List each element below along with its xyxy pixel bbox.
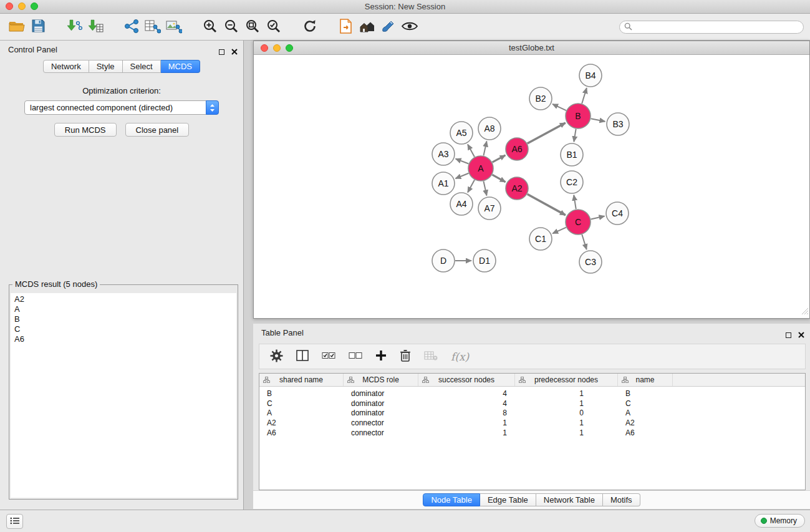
column-header-MCDS-role[interactable]: MCDS role: [344, 374, 418, 386]
dropdown-stepper-icon[interactable]: [206, 100, 219, 115]
node-A8[interactable]: A8: [478, 117, 501, 140]
import-network-button[interactable]: [64, 16, 85, 38]
search-box[interactable]: [619, 21, 804, 34]
column-header-successor-nodes[interactable]: successor nodes: [418, 374, 515, 386]
node-D1[interactable]: D1: [473, 249, 496, 272]
node-B1[interactable]: B1: [561, 143, 583, 166]
edge-C-C1[interactable]: [552, 228, 566, 234]
node-A4[interactable]: A4: [450, 193, 473, 215]
edge-C-C3[interactable]: [582, 235, 586, 249]
apply-function-button[interactable]: f(x): [451, 351, 469, 363]
column-header-shared-name[interactable]: shared name: [259, 374, 344, 386]
node-C4[interactable]: C4: [606, 202, 629, 225]
select-all-button[interactable]: [322, 351, 335, 362]
node-A5[interactable]: A5: [450, 122, 473, 144]
node-B[interactable]: B: [566, 104, 591, 128]
table-row[interactable]: A2connector11A2: [259, 418, 805, 428]
node-C[interactable]: C: [566, 210, 591, 235]
zoom-out-button[interactable]: [221, 16, 242, 38]
edge-A6-B[interactable]: [528, 123, 566, 143]
table-row[interactable]: A6connector11A6: [259, 428, 805, 438]
close-panel-icon[interactable]: [231, 46, 238, 57]
float-panel-button[interactable]: [219, 49, 224, 55]
node-B4[interactable]: B4: [579, 64, 602, 87]
memory-button[interactable]: Memory: [755, 514, 805, 528]
edge-A-A4[interactable]: [468, 180, 475, 192]
node-A6[interactable]: A6: [506, 138, 528, 160]
add-row-button[interactable]: [375, 350, 387, 363]
table-row[interactable]: Cdominator41C: [259, 399, 805, 409]
edge-C-C2[interactable]: [574, 195, 576, 210]
tab-motifs[interactable]: Motifs: [603, 493, 640, 506]
column-header-predecessor-nodes[interactable]: predecessor nodes: [515, 374, 618, 386]
home-button[interactable]: [357, 16, 378, 38]
network-table-button[interactable]: [142, 16, 163, 38]
table-row[interactable]: Adominator80A: [259, 408, 805, 418]
search-input[interactable]: [635, 22, 803, 32]
edge-B-B1[interactable]: [574, 129, 576, 142]
delete-row-button[interactable]: [400, 349, 411, 364]
apply-style-button[interactable]: [378, 16, 399, 38]
node-A3[interactable]: A3: [432, 143, 455, 165]
float-table-panel-button[interactable]: [786, 332, 791, 338]
tab-style[interactable]: Style: [89, 60, 123, 73]
tab-network[interactable]: Network: [43, 60, 89, 73]
close-panel-button[interactable]: Close panel: [125, 123, 190, 137]
result-item[interactable]: A: [11, 304, 236, 314]
tab-select[interactable]: Select: [123, 60, 161, 73]
edge-C-C4[interactable]: [591, 216, 604, 220]
node-A[interactable]: A: [468, 156, 493, 181]
resize-grip[interactable]: [801, 306, 809, 317]
tab-mcds[interactable]: MCDS: [161, 60, 200, 73]
column-header-name[interactable]: name: [618, 374, 673, 386]
tab-network-table[interactable]: Network Table: [536, 493, 603, 506]
node-A1[interactable]: A1: [432, 172, 455, 195]
edge-B-B4[interactable]: [582, 88, 587, 104]
node-C1[interactable]: C1: [529, 228, 552, 250]
save-session-button[interactable]: [27, 16, 49, 38]
network-image-button[interactable]: [163, 16, 185, 38]
node-B2[interactable]: B2: [529, 87, 552, 110]
result-item[interactable]: B: [11, 314, 236, 324]
edge-A2-C[interactable]: [528, 194, 566, 215]
edge-B-B3[interactable]: [591, 118, 605, 122]
close-table-panel-icon[interactable]: [798, 329, 804, 341]
run-mcds-button[interactable]: Run MCDS: [54, 123, 117, 137]
edge-A-A5[interactable]: [468, 144, 475, 157]
node-C3[interactable]: C3: [579, 251, 602, 273]
edge-B-B2[interactable]: [552, 104, 566, 110]
clear-table-button[interactable]: [424, 351, 438, 363]
open-session-button[interactable]: [6, 16, 27, 38]
node-A2[interactable]: A2: [506, 177, 528, 200]
zoom-selected-button[interactable]: [263, 16, 284, 38]
node-A7[interactable]: A7: [478, 197, 501, 220]
show-columns-button[interactable]: [296, 350, 309, 363]
node-D[interactable]: D: [432, 249, 455, 272]
zoom-in-button[interactable]: [200, 16, 221, 38]
tab-node-table[interactable]: Node Table: [423, 493, 480, 506]
zoom-fit-button[interactable]: [242, 16, 263, 38]
new-network-button[interactable]: [121, 16, 142, 38]
task-history-button[interactable]: [6, 514, 23, 529]
edge-A-A2[interactable]: [492, 175, 505, 182]
show-details-button[interactable]: [399, 16, 420, 38]
edge-A-A3[interactable]: [456, 159, 469, 164]
network-canvas[interactable]: B4B2BB3A5A8A6B1A3AC2A1A2A4A7C4CC1C3DD1: [254, 55, 809, 318]
criterion-dropdown[interactable]: largest connected component (directed): [24, 100, 219, 115]
table-row[interactable]: Bdominator41B: [259, 389, 805, 399]
edge-A-A1[interactable]: [455, 173, 468, 178]
edge-A-A8[interactable]: [483, 142, 486, 156]
export-document-button[interactable]: [335, 16, 357, 38]
edge-A-A6[interactable]: [493, 155, 506, 162]
refresh-button[interactable]: [299, 16, 321, 38]
node-B3[interactable]: B3: [607, 113, 629, 135]
table-settings-button[interactable]: [270, 349, 283, 364]
result-item[interactable]: A2: [11, 294, 236, 304]
node-C2[interactable]: C2: [561, 171, 583, 193]
result-item[interactable]: C: [11, 324, 236, 334]
tab-edge-table[interactable]: Edge Table: [480, 493, 536, 506]
edge-A-A7[interactable]: [483, 181, 486, 196]
import-table-button[interactable]: [85, 16, 106, 38]
result-item[interactable]: A6: [11, 334, 236, 344]
deselect-all-button[interactable]: [349, 351, 362, 362]
